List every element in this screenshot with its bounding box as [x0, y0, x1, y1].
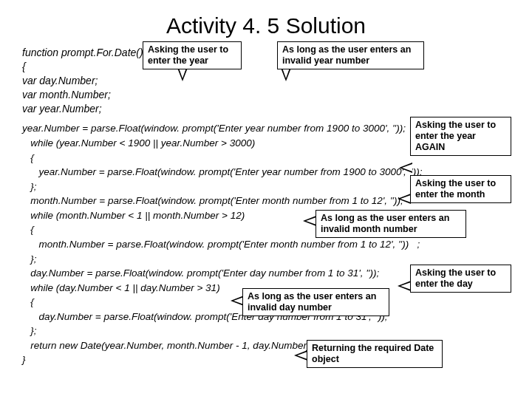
pointer-icon [281, 68, 291, 81]
function-declaration: function prompt.For.Date() { var day.Num… [22, 46, 510, 115]
callout-enter-month: Asking the user to enter the month [410, 175, 511, 203]
decl-line4: var month.Number; [22, 88, 510, 102]
callout-invalid-day: As long as the user enters an invalid da… [242, 288, 389, 316]
pointer-icon [399, 163, 412, 173]
code-block: year.Number = parse.Float(window. prompt… [22, 121, 510, 367]
pointer-icon [294, 350, 307, 361]
pointer-icon [303, 216, 316, 226]
slide-content: function prompt.For.Date() { var day.Num… [0, 46, 532, 367]
decl-line3: var day.Number; [22, 74, 510, 88]
decl-line5: var year.Number; [22, 102, 510, 116]
callout-invalid-month: As long as the user enters an invalid mo… [316, 210, 466, 238]
pointer-icon [398, 194, 411, 204]
callout-enter-day: Asking the user to enter the day [410, 265, 511, 293]
callout-invalid-year: As long as the user enters an invalid ye… [277, 41, 424, 69]
pointer-icon [398, 281, 411, 291]
slide-title: Activity 4. 5 Solution [0, 13, 532, 38]
callout-enter-year-again: Asking the user to enter the year AGAIN [410, 117, 511, 156]
callout-return-date: Returning the required Date object [307, 340, 443, 368]
pointer-icon [177, 68, 188, 81]
callout-enter-year: Asking the user to enter the year [143, 41, 242, 69]
decl-line1: function prompt.For.Date() [22, 46, 510, 60]
decl-line2: { [22, 60, 510, 74]
